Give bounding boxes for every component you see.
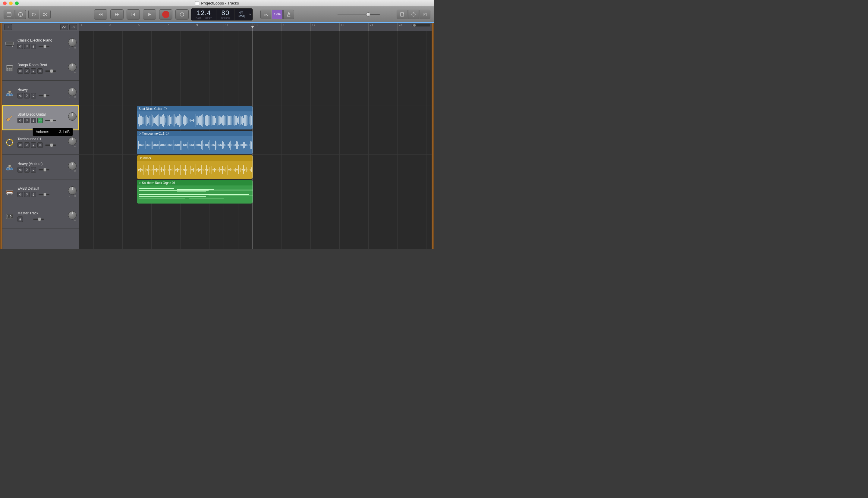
lock-button[interactable] [31, 44, 36, 49]
track-header[interactable]: Bongo Room Beat LR [2, 56, 79, 81]
zoom-knob[interactable] [413, 24, 416, 27]
close-button[interactable] [3, 1, 7, 5]
lock-button[interactable] [31, 68, 36, 74]
region[interactable]: ◇Tambourine 01.1 [137, 131, 253, 154]
lcd-position[interactable]: 12.4 BAR BEAT [191, 9, 216, 20]
mute-button[interactable] [17, 192, 23, 197]
pan-knob[interactable] [68, 63, 77, 71]
input-monitor-button[interactable] [37, 142, 43, 148]
volume-knob[interactable] [38, 218, 41, 221]
input-monitor-button[interactable] [37, 68, 43, 74]
automation-button[interactable] [60, 24, 68, 30]
volume-slider[interactable] [45, 70, 56, 72]
volume-slider[interactable] [39, 169, 49, 170]
lock-button[interactable] [17, 217, 23, 222]
lock-button[interactable] [31, 118, 36, 123]
mute-button[interactable] [17, 68, 23, 74]
volume-knob[interactable] [43, 44, 47, 48]
maximize-button[interactable] [15, 1, 19, 5]
lock-button[interactable] [31, 192, 36, 197]
volume-knob[interactable] [43, 193, 47, 196]
track-lane[interactable] [79, 31, 432, 56]
pan-knob[interactable] [68, 186, 77, 195]
media-browser-button[interactable] [420, 10, 430, 19]
solo-button[interactable] [24, 142, 29, 148]
mute-button[interactable] [17, 118, 23, 123]
record-button[interactable] [159, 9, 173, 19]
svg-point-50 [40, 120, 40, 121]
track-header[interactable]: Strat Disco Guitar LR Volume:-3.1 dB [2, 105, 79, 130]
lock-button[interactable] [31, 167, 36, 172]
playhead[interactable] [253, 28, 253, 249]
track-icon [5, 162, 14, 172]
solo-button[interactable] [24, 192, 29, 197]
go-to-start-button[interactable] [127, 9, 140, 19]
lcd-signature[interactable]: 4/4 Cmaj [234, 9, 248, 20]
volume-knob[interactable] [50, 69, 53, 73]
mute-button[interactable] [17, 44, 23, 49]
lock-button[interactable] [31, 142, 36, 148]
lcd-tempo[interactable]: 80 TEMPO [216, 9, 234, 20]
track-header[interactable]: Classic Electric Piano LR [2, 31, 79, 56]
metronome-button[interactable] [283, 10, 294, 19]
track-header[interactable]: EVB3 Default LR [2, 180, 79, 204]
forward-button[interactable] [110, 9, 124, 19]
region[interactable]: Drummer [137, 155, 253, 179]
solo-button[interactable] [24, 167, 29, 172]
count-in-button[interactable]: 1234 [272, 10, 283, 19]
pan-knob[interactable] [68, 137, 77, 145]
region[interactable]: Strat Disco Guitar [137, 106, 253, 130]
volume-slider[interactable] [33, 219, 44, 220]
solo-button[interactable] [24, 44, 29, 49]
pan-knob[interactable] [68, 211, 77, 220]
pan-knob[interactable] [68, 88, 77, 96]
editors-button[interactable] [40, 10, 51, 19]
track-header[interactable]: Master Track LR [2, 204, 79, 229]
pan-knob[interactable] [68, 162, 77, 170]
master-slider-knob[interactable] [366, 12, 370, 16]
track-header[interactable]: Heavy (Anders) LR [2, 155, 79, 180]
volume-knob[interactable] [50, 143, 53, 147]
volume-slider[interactable] [45, 120, 56, 121]
play-button[interactable] [143, 9, 156, 19]
notepad-button[interactable] [397, 10, 408, 19]
catch-playhead-button[interactable] [69, 24, 77, 30]
library-button[interactable] [4, 10, 14, 19]
minimize-button[interactable] [9, 1, 13, 5]
track-lane[interactable] [79, 81, 432, 105]
volume-slider[interactable] [39, 194, 49, 195]
add-track-button[interactable]: + [4, 24, 12, 30]
volume-knob[interactable] [43, 168, 47, 172]
cycle-button[interactable] [175, 9, 189, 19]
mute-button[interactable] [17, 93, 23, 99]
track-lane[interactable] [79, 180, 432, 204]
mute-button[interactable] [17, 142, 23, 148]
volume-slider[interactable] [39, 46, 49, 47]
lcd-mode-dropdown[interactable] [248, 9, 252, 20]
mute-button[interactable] [17, 167, 23, 172]
solo-button[interactable] [24, 68, 29, 74]
volume-slider[interactable] [39, 95, 49, 96]
master-volume-slider[interactable] [337, 14, 380, 15]
smart-controls-button[interactable] [28, 10, 39, 19]
tuner-button[interactable] [260, 10, 271, 19]
rewind-button[interactable] [94, 9, 107, 19]
solo-button[interactable] [24, 118, 29, 123]
input-monitor-button[interactable] [37, 118, 43, 123]
pan-knob[interactable] [68, 38, 77, 47]
horizontal-zoom-slider[interactable] [412, 24, 430, 26]
lock-button[interactable] [31, 93, 36, 99]
solo-button[interactable] [24, 93, 29, 99]
help-button[interactable]: ? [15, 10, 26, 19]
volume-knob[interactable] [43, 94, 47, 97]
track-lane[interactable] [79, 229, 432, 249]
track-lane[interactable] [79, 130, 432, 155]
loop-browser-button[interactable] [408, 10, 419, 19]
track-header[interactable]: Heavy LR [2, 81, 79, 105]
pan-knob[interactable] [68, 112, 77, 121]
volume-knob[interactable] [50, 119, 53, 122]
region[interactable]: ◇Southern Rock Organ 01 [137, 180, 253, 204]
volume-slider[interactable] [45, 145, 56, 146]
tracks-area[interactable]: Strat Disco Guitar◇Tambourine 01.1Drumme… [79, 31, 432, 249]
ruler[interactable]: 1357911131517192123 [79, 23, 432, 31]
